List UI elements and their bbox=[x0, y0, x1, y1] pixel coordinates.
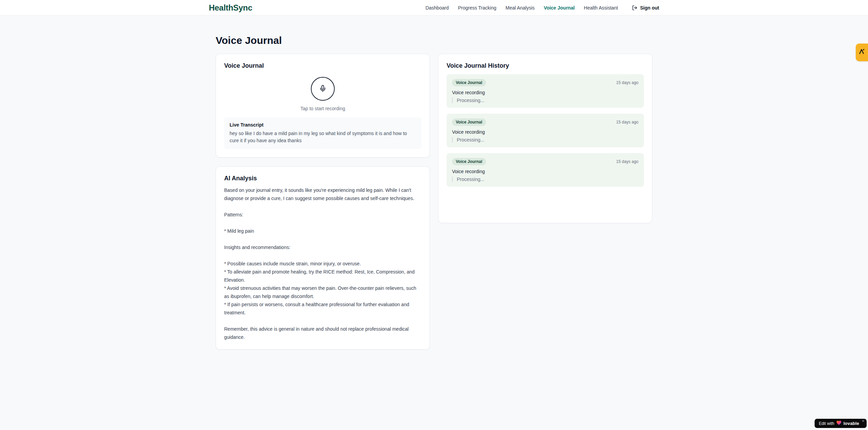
lovable-wordmark: lovable bbox=[844, 421, 859, 426]
entry-timestamp: 15 days ago bbox=[616, 80, 638, 85]
history-entry[interactable]: Voice Journal 15 days ago Voice recordin… bbox=[447, 74, 644, 108]
history-entry[interactable]: Voice Journal 15 days ago Voice recordin… bbox=[447, 153, 644, 187]
nav-item-meal-analysis[interactable]: Meal Analysis bbox=[505, 5, 535, 11]
entry-status: Processing... bbox=[452, 98, 638, 103]
recording-area: Tap to start recording bbox=[224, 73, 421, 111]
nav-item-progress-tracking[interactable]: Progress Tracking bbox=[458, 5, 496, 11]
tap-to-record-hint: Tap to start recording bbox=[300, 106, 345, 111]
sign-out-button[interactable]: Sign out bbox=[632, 5, 659, 11]
nav-item-health-assistant[interactable]: Health Assistant bbox=[584, 5, 618, 11]
edit-with-lovable-badge[interactable]: Edit with lovable ✕ bbox=[815, 419, 867, 428]
lovable-a-mark-icon bbox=[858, 48, 866, 57]
entry-label: Voice recording bbox=[452, 129, 638, 135]
edit-with-label: Edit with bbox=[819, 421, 834, 426]
page-title: Voice Journal bbox=[216, 34, 652, 47]
main-nav: Dashboard Progress Tracking Meal Analysi… bbox=[425, 5, 659, 11]
entry-timestamp: 15 days ago bbox=[616, 159, 638, 164]
header-container: HealthSync Dashboard Progress Tracking M… bbox=[209, 0, 659, 15]
ai-analysis-card: AI Analysis Based on your journal entry,… bbox=[216, 166, 430, 350]
content-grid: Voice Journal Tap to start recording bbox=[216, 54, 652, 350]
logout-icon bbox=[632, 5, 637, 11]
live-transcript-box: Live Transcript hey so like I do have a … bbox=[224, 117, 421, 149]
entry-label: Voice recording bbox=[452, 90, 638, 95]
sign-out-label: Sign out bbox=[640, 5, 659, 11]
entry-label: Voice recording bbox=[452, 169, 638, 174]
voice-journal-history-panel: Voice Journal History Voice Journal 15 d… bbox=[438, 54, 652, 223]
nav-item-dashboard[interactable]: Dashboard bbox=[425, 5, 449, 11]
entry-status: Processing... bbox=[452, 137, 638, 143]
ai-analysis-title: AI Analysis bbox=[224, 175, 421, 182]
editor-edge-tab[interactable] bbox=[856, 44, 868, 61]
nav-item-voice-journal[interactable]: Voice Journal bbox=[544, 5, 575, 11]
entry-timestamp: 15 days ago bbox=[616, 120, 638, 125]
gradient-heart-icon bbox=[836, 420, 841, 427]
brand-logo[interactable]: HealthSync bbox=[209, 3, 252, 13]
history-list: Voice Journal 15 days ago Voice recordin… bbox=[447, 74, 644, 187]
main-content: Voice Journal Voice Journal bbox=[216, 16, 652, 350]
ai-analysis-body: Based on your journal entry, it sounds l… bbox=[224, 186, 421, 341]
close-icon[interactable]: ✕ bbox=[862, 419, 865, 423]
voice-recorder-card: Voice Journal Tap to start recording bbox=[216, 54, 430, 158]
left-column: Voice Journal Tap to start recording bbox=[216, 54, 430, 350]
history-title: Voice Journal History bbox=[447, 62, 644, 69]
entry-status: Processing... bbox=[452, 177, 638, 182]
entry-type-badge: Voice Journal bbox=[452, 158, 486, 165]
entry-type-badge: Voice Journal bbox=[452, 79, 486, 86]
live-transcript-title: Live Transcript bbox=[230, 122, 416, 128]
mic-icon bbox=[319, 85, 327, 93]
app-header: HealthSync Dashboard Progress Tracking M… bbox=[0, 0, 868, 16]
entry-type-badge: Voice Journal bbox=[452, 118, 486, 126]
live-transcript-text: hey so like I do have a mild pain in my … bbox=[230, 130, 416, 144]
history-entry[interactable]: Voice Journal 15 days ago Voice recordin… bbox=[447, 114, 644, 147]
record-button[interactable] bbox=[311, 77, 335, 101]
recorder-card-title: Voice Journal bbox=[224, 62, 421, 69]
